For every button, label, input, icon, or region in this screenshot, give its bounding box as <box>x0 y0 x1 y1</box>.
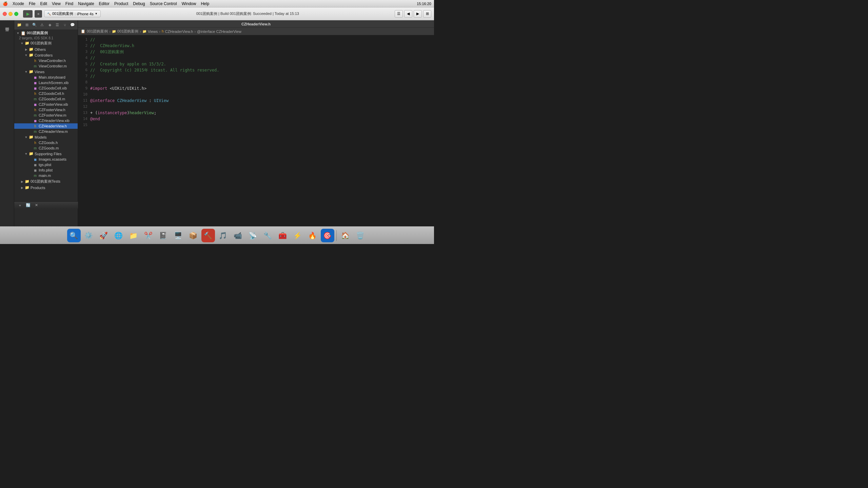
close-button[interactable] <box>3 12 7 16</box>
file-czgoods-h[interactable]: h CZGoods.h <box>14 140 78 145</box>
menu-view[interactable]: View <box>52 1 61 6</box>
file-czgoodscell-xib[interactable]: ◼ CZGoodsCell.xib <box>14 85 78 91</box>
toolbar: ▶ ■ 🔨 001团购案例 | iPhone 4s ▼ 001团购案例 | Bu… <box>0 7 434 20</box>
menu-debug[interactable]: Debug <box>133 1 145 6</box>
search-icon-btn[interactable]: 🔍 <box>32 22 38 28</box>
group-supporting-files[interactable]: ▼ 📁 Supporting Files <box>14 151 78 157</box>
group-main[interactable]: ▼ 📁 001团购案例 <box>14 40 78 46</box>
bc-project[interactable]: 001团购案例 <box>87 29 108 34</box>
dock-trash[interactable]: 🗑️ <box>354 229 367 242</box>
line-numbers: 1 2 3 4 5 6 7 8 9 10 11 12 13 14 15 <box>78 37 90 128</box>
bc-group[interactable]: 001团购案例 <box>117 29 138 34</box>
bc-views[interactable]: Views <box>148 29 158 34</box>
back-button[interactable]: ◀ <box>404 10 412 18</box>
fullscreen-button[interactable] <box>14 12 18 16</box>
dock-tool3[interactable]: ⚡ <box>291 229 304 242</box>
file-czheaderview-xib[interactable]: ◼ CZHeaderView.xib <box>14 118 78 123</box>
file-images-xcassets[interactable]: ◼ Images.xcassets <box>14 157 78 162</box>
build-status: 001团购案例 | Build 001团购案例: Succeeded | Tod… <box>103 11 393 16</box>
add-file-button[interactable]: + <box>17 203 23 208</box>
menu-source-control[interactable]: Source Control <box>150 1 177 6</box>
toolbar-right: ☰ ◀ ▶ ⊞ <box>395 10 431 18</box>
add-group-button[interactable]: 🔄 <box>25 203 31 208</box>
folder-icon-btn[interactable]: 📁 <box>16 22 22 28</box>
file-viewcontroller-m[interactable]: m ViewController.m <box>14 63 78 69</box>
file-navigator: 📁 ⊞ 🔍 ⚠ ◈ ☰ ⑂ 💬 ▼ 📋 001团购案例 2 targets, i… <box>14 20 78 226</box>
dock-safari[interactable]: 🌐 <box>112 229 125 242</box>
filter-icon-btn[interactable]: ⊞ <box>24 22 30 28</box>
clock: 15:16:20 <box>417 2 431 6</box>
dock-finder2[interactable]: 🏠 <box>339 229 352 242</box>
dock-tool1[interactable]: 🔧 <box>261 229 275 242</box>
file-czfooterview-xib[interactable]: ◼ CZFooterView.xib <box>14 102 78 107</box>
run-button[interactable]: ▶ <box>23 10 33 18</box>
bc-interface[interactable]: @interface CZHeaderView <box>197 29 241 34</box>
code-editor[interactable]: 1 2 3 4 5 6 7 8 9 10 11 12 13 14 15 <box>78 35 434 226</box>
menu-help[interactable]: Help <box>201 1 209 6</box>
file-launchscreen[interactable]: ◼ LaunchScreen.xib <box>14 80 78 85</box>
editor-title-bar: CZHeaderView.h <box>78 20 434 28</box>
menu-window[interactable]: Window <box>182 1 196 6</box>
file-czgoodscell-h[interactable]: h CZGoodsCell.h <box>14 91 78 96</box>
file-czfooterview-h[interactable]: h CZFooterView.h <box>14 107 78 113</box>
file-czheaderview-h[interactable]: h CZHeaderView.h <box>14 123 78 129</box>
dock-tool2[interactable]: 🧰 <box>276 229 290 242</box>
menu-edit[interactable]: Edit <box>40 1 47 6</box>
file-czfooterview-m[interactable]: m CZFooterView.m <box>14 113 78 118</box>
bc-file[interactable]: CZHeaderView.h <box>165 29 193 34</box>
group-others[interactable]: ▶ 📁 Others <box>14 46 78 52</box>
dock-launchpad[interactable]: 🚀 <box>97 229 111 242</box>
dock-separator <box>336 230 337 241</box>
dock-system-prefs[interactable]: ⚙️ <box>82 229 96 242</box>
menu-editor[interactable]: Editor <box>99 1 110 6</box>
file-main-m[interactable]: m main.m <box>14 173 78 178</box>
dock-xcode[interactable]: 🎯 <box>321 229 334 242</box>
menu-product[interactable]: Product <box>114 1 128 6</box>
dock-package[interactable]: 📦 <box>186 229 200 242</box>
file-info-plist[interactable]: ◼ Info.plist <box>14 167 78 173</box>
group-products[interactable]: ▶ 📁 Products <box>14 185 78 190</box>
dock-files[interactable]: 📁 <box>127 229 140 242</box>
file-czgoods-m[interactable]: m CZGoods.m <box>14 145 78 151</box>
apple-menu[interactable]: 🍎 <box>3 1 8 6</box>
dock-terminal[interactable]: 🖥️ <box>172 229 185 242</box>
dock-finder[interactable]: 🔍 <box>67 229 81 242</box>
message-icon-btn[interactable]: 💬 <box>70 22 76 28</box>
file-tgs-plist[interactable]: ◼ tgs.plist <box>14 162 78 167</box>
layout-button[interactable]: ⊞ <box>423 10 431 18</box>
menu-xcode[interactable]: Xcode <box>13 1 24 6</box>
file-viewcontroller-h[interactable]: h ViewController.h <box>14 58 78 63</box>
dock-music[interactable]: 🎵 <box>216 229 230 242</box>
file-czheaderview-m[interactable]: m CZHeaderView.m <box>14 129 78 134</box>
dock-scissors[interactable]: ✂️ <box>142 229 155 242</box>
menu-file[interactable]: File <box>29 1 35 6</box>
view-selector[interactable]: ☰ <box>395 10 403 18</box>
scheme-selector[interactable]: 🔨 001团购案例 | iPhone 4s ▼ <box>44 10 101 17</box>
group-tests[interactable]: ▶ 📁 001团购案例Tests <box>14 178 78 185</box>
minimize-button[interactable] <box>8 12 13 16</box>
file-main-storyboard[interactable]: ◼ Main.storyboard <box>14 75 78 80</box>
delete-button[interactable]: ✕ <box>33 203 39 208</box>
code-lines: // // CZHeaderView.h // 001团购案例 // // Cr… <box>90 37 434 128</box>
git-icon-btn[interactable]: ⑂ <box>62 22 68 28</box>
scheme-name: 001团购案例 <box>52 11 73 16</box>
breakpoint-icon-btn[interactable]: ◈ <box>47 22 53 28</box>
list-icon-btn[interactable]: ☰ <box>54 22 60 28</box>
dock-video[interactable]: 📹 <box>231 229 245 242</box>
menu-find[interactable]: Find <box>65 1 73 6</box>
project-tree: ▼ 📋 001团购案例 2 targets, iOS SDK 8.1 ▼ 📁 0… <box>14 30 78 190</box>
group-views[interactable]: ▼ 📁 Views <box>14 69 78 75</box>
dock-tool4[interactable]: 🔥 <box>306 229 319 242</box>
group-controllers[interactable]: ▼ 📁 Controllers <box>14 52 78 58</box>
dock-powerpoint[interactable]: 🔨 <box>201 229 215 242</box>
menu-navigate[interactable]: Navigate <box>78 1 94 6</box>
file-czgoodscell-m[interactable]: m CZGoodsCell.m <box>14 96 78 102</box>
forward-button[interactable]: ▶ <box>414 10 422 18</box>
group-models[interactable]: ▼ 📁 Models <box>14 134 78 140</box>
dock-onenote[interactable]: 📓 <box>157 229 170 242</box>
editor-area: CZHeaderView.h 📋 001团购案例 › 📁 001团购案例 › 📁… <box>78 20 434 226</box>
warning-icon-btn[interactable]: ⚠ <box>39 22 45 28</box>
stop-button[interactable]: ■ <box>35 10 42 18</box>
dock-filezilla[interactable]: 📡 <box>246 229 260 242</box>
project-root[interactable]: ▼ 📋 001团购案例 <box>14 30 78 36</box>
